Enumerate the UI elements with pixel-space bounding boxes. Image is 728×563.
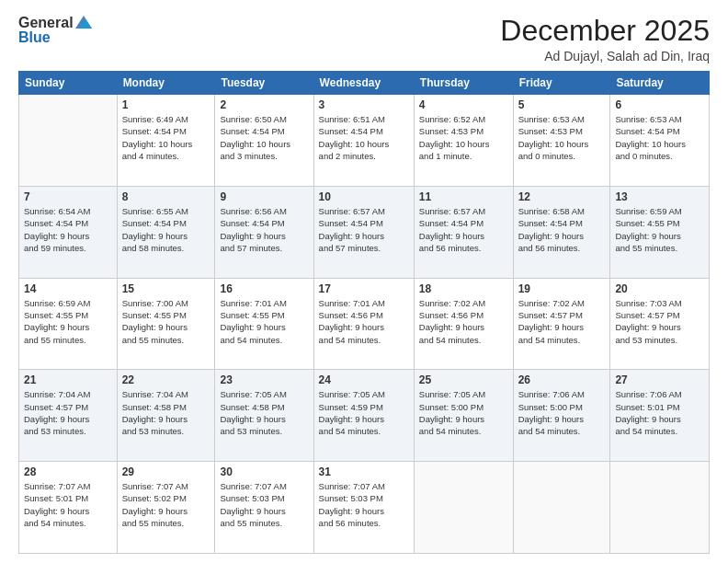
table-row: 22Sunrise: 7:04 AM Sunset: 4:58 PM Dayli… [117,370,215,462]
table-row: 5Sunrise: 6:53 AM Sunset: 4:53 PM Daylig… [513,95,610,187]
day-info: Sunrise: 7:07 AM Sunset: 5:03 PM Dayligh… [220,480,308,529]
day-number: 1 [122,98,210,111]
day-info: Sunrise: 6:54 AM Sunset: 4:54 PM Dayligh… [24,205,112,254]
day-info: Sunrise: 7:04 AM Sunset: 4:57 PM Dayligh… [24,388,112,437]
table-row: 30Sunrise: 7:07 AM Sunset: 5:03 PM Dayli… [215,462,313,554]
table-row: 6Sunrise: 6:53 AM Sunset: 4:54 PM Daylig… [610,95,710,187]
day-info: Sunrise: 6:59 AM Sunset: 4:55 PM Dayligh… [615,205,704,254]
table-row: 23Sunrise: 7:05 AM Sunset: 4:58 PM Dayli… [215,370,313,462]
day-info: Sunrise: 6:53 AM Sunset: 4:53 PM Dayligh… [518,113,606,162]
day-number: 31 [319,465,409,478]
day-info: Sunrise: 7:06 AM Sunset: 5:01 PM Dayligh… [615,388,704,437]
day-number: 10 [319,190,409,203]
day-info: Sunrise: 6:55 AM Sunset: 4:54 PM Dayligh… [122,205,210,254]
day-info: Sunrise: 6:49 AM Sunset: 4:54 PM Dayligh… [122,113,210,162]
day-number: 12 [518,190,606,203]
table-row: 4Sunrise: 6:52 AM Sunset: 4:53 PM Daylig… [414,95,513,187]
table-row [610,462,710,554]
table-row: 28Sunrise: 7:07 AM Sunset: 5:01 PM Dayli… [19,462,118,554]
day-number: 8 [122,190,210,203]
calendar-page: General Blue December 2025 Ad Dujayl, Sa… [0,0,728,563]
table-row: 8Sunrise: 6:55 AM Sunset: 4:54 PM Daylig… [117,186,215,278]
day-number: 19 [518,282,606,295]
day-info: Sunrise: 7:01 AM Sunset: 4:56 PM Dayligh… [319,297,409,346]
day-info: Sunrise: 7:07 AM Sunset: 5:02 PM Dayligh… [122,480,210,529]
day-info: Sunrise: 6:56 AM Sunset: 4:54 PM Dayligh… [220,205,308,254]
day-info: Sunrise: 6:52 AM Sunset: 4:53 PM Dayligh… [419,113,508,162]
table-row: 15Sunrise: 7:00 AM Sunset: 4:55 PM Dayli… [117,278,215,370]
day-number: 25 [419,373,508,386]
day-number: 28 [24,465,112,478]
day-info: Sunrise: 7:05 AM Sunset: 4:59 PM Dayligh… [319,388,409,437]
table-row: 3Sunrise: 6:51 AM Sunset: 4:54 PM Daylig… [313,95,414,187]
table-row: 17Sunrise: 7:01 AM Sunset: 4:56 PM Dayli… [313,278,414,370]
logo: General Blue [18,15,92,46]
day-number: 24 [319,373,409,386]
day-info: Sunrise: 6:58 AM Sunset: 4:54 PM Dayligh… [518,205,606,254]
table-row: 27Sunrise: 7:06 AM Sunset: 5:01 PM Dayli… [610,370,710,462]
table-row: 7Sunrise: 6:54 AM Sunset: 4:54 PM Daylig… [19,186,118,278]
table-row: 29Sunrise: 7:07 AM Sunset: 5:02 PM Dayli… [117,462,215,554]
day-info: Sunrise: 7:06 AM Sunset: 5:00 PM Dayligh… [518,388,606,437]
day-info: Sunrise: 6:53 AM Sunset: 4:54 PM Dayligh… [615,113,704,162]
table-row: 25Sunrise: 7:05 AM Sunset: 5:00 PM Dayli… [414,370,513,462]
header-saturday: Saturday [610,72,710,95]
day-number: 18 [419,282,508,295]
day-info: Sunrise: 7:07 AM Sunset: 5:01 PM Dayligh… [24,480,112,529]
calendar-title: December 2025 [500,15,710,47]
day-info: Sunrise: 6:59 AM Sunset: 4:55 PM Dayligh… [24,297,112,346]
day-number: 7 [24,190,112,203]
logo-icon [75,16,92,29]
table-row: 19Sunrise: 7:02 AM Sunset: 4:57 PM Dayli… [513,278,610,370]
table-row: 26Sunrise: 7:06 AM Sunset: 5:00 PM Dayli… [513,370,610,462]
day-info: Sunrise: 7:05 AM Sunset: 5:00 PM Dayligh… [419,388,508,437]
day-number: 6 [615,98,704,111]
header-thursday: Thursday [414,72,513,95]
calendar-week-row: 1Sunrise: 6:49 AM Sunset: 4:54 PM Daylig… [19,95,710,187]
table-row [414,462,513,554]
table-row: 9Sunrise: 6:56 AM Sunset: 4:54 PM Daylig… [215,186,313,278]
table-row: 14Sunrise: 6:59 AM Sunset: 4:55 PM Dayli… [19,278,118,370]
day-number: 29 [122,465,210,478]
day-number: 15 [122,282,210,295]
calendar-subtitle: Ad Dujayl, Salah ad Din, Iraq [500,49,710,63]
day-info: Sunrise: 7:05 AM Sunset: 4:58 PM Dayligh… [220,388,308,437]
day-info: Sunrise: 6:51 AM Sunset: 4:54 PM Dayligh… [319,113,409,162]
weekday-header-row: Sunday Monday Tuesday Wednesday Thursday… [19,72,710,95]
day-number: 20 [615,282,704,295]
day-number: 4 [419,98,508,111]
day-number: 5 [518,98,606,111]
logo-blue-text: Blue [18,29,51,46]
table-row: 11Sunrise: 6:57 AM Sunset: 4:54 PM Dayli… [414,186,513,278]
table-row: 2Sunrise: 6:50 AM Sunset: 4:54 PM Daylig… [215,95,313,187]
day-info: Sunrise: 6:50 AM Sunset: 4:54 PM Dayligh… [220,113,308,162]
day-number: 11 [419,190,508,203]
calendar-week-row: 14Sunrise: 6:59 AM Sunset: 4:55 PM Dayli… [19,278,710,370]
title-block: December 2025 Ad Dujayl, Salah ad Din, I… [500,15,710,63]
table-row: 1Sunrise: 6:49 AM Sunset: 4:54 PM Daylig… [117,95,215,187]
table-row: 16Sunrise: 7:01 AM Sunset: 4:55 PM Dayli… [215,278,313,370]
day-number: 14 [24,282,112,295]
day-number: 30 [220,465,308,478]
table-row: 12Sunrise: 6:58 AM Sunset: 4:54 PM Dayli… [513,186,610,278]
table-row [19,95,118,187]
day-number: 22 [122,373,210,386]
day-number: 16 [220,282,308,295]
header-sunday: Sunday [19,72,118,95]
day-number: 9 [220,190,308,203]
day-number: 26 [518,373,606,386]
table-row: 20Sunrise: 7:03 AM Sunset: 4:57 PM Dayli… [610,278,710,370]
table-row [513,462,610,554]
header: General Blue December 2025 Ad Dujayl, Sa… [18,15,710,63]
day-number: 13 [615,190,704,203]
header-wednesday: Wednesday [313,72,414,95]
header-tuesday: Tuesday [215,72,313,95]
day-info: Sunrise: 7:07 AM Sunset: 5:03 PM Dayligh… [319,480,409,529]
day-number: 21 [24,373,112,386]
calendar-week-row: 28Sunrise: 7:07 AM Sunset: 5:01 PM Dayli… [19,462,710,554]
day-number: 2 [220,98,308,111]
day-number: 23 [220,373,308,386]
header-friday: Friday [513,72,610,95]
calendar-table: Sunday Monday Tuesday Wednesday Thursday… [18,71,710,554]
table-row: 31Sunrise: 7:07 AM Sunset: 5:03 PM Dayli… [313,462,414,554]
